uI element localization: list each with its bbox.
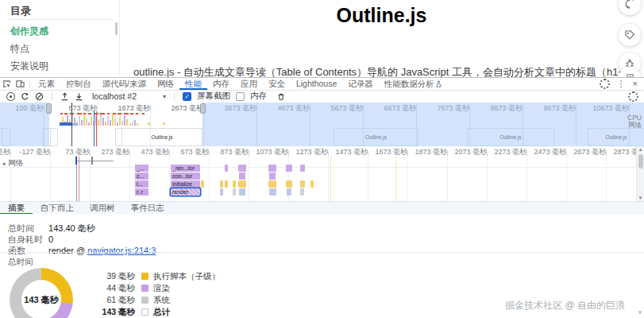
tag-fab-button[interactable] [619,24,641,46]
inspect-element-icon[interactable] [2,80,11,88]
flame-block-i-[interactable]: i... [135,180,148,188]
devtools-tab-0[interactable]: 元素 [33,78,60,90]
details-tab-0[interactable]: 摘要 [0,202,33,215]
devtools-tab-4[interactable]: 性能 [179,78,207,90]
capture-settings-gear-icon[interactable] [628,91,638,102]
flame-block--[interactable]: _... [135,165,148,172]
flame-block[interactable] [287,188,291,196]
devtools-tab-7[interactable]: 安全 [263,78,291,90]
selection-handle-right[interactable] [200,103,206,114]
screenshots-checkbox[interactable]: ✓ [183,92,191,101]
flame-block[interactable] [220,188,223,196]
devtools-tab-8[interactable]: Lighthouse [291,78,342,90]
flame-block[interactable] [310,180,314,188]
flame-block[interactable] [233,188,236,196]
flame-block[interactable] [201,180,204,188]
gridline [447,156,448,201]
devtools-tab-2[interactable]: 源代码/来源 [97,78,152,90]
profile-select-arrow-icon[interactable]: ▾ [163,93,166,100]
cpu-activity-bar [98,119,99,126]
flame-block[interactable] [286,165,292,172]
flame-block[interactable] [220,180,223,188]
timeline-overview[interactable]: CPU 网络 100 毫秒673 毫秒1673 毫秒2673 毫秒3673 毫秒… [0,103,644,147]
flame-block-con-tor[interactable]: con...tor [171,173,200,180]
flame-block-c-[interactable]: c... [135,173,148,180]
devtools-tab-1[interactable]: 控制台 [60,78,97,90]
playhead-line [71,103,72,146]
measure-handle[interactable] [75,157,77,165]
flame-block[interactable] [225,165,228,172]
scroll-down-icon[interactable]: ▼ [637,196,644,200]
legend-swatch [141,273,148,280]
flame-chart[interactable]: ▸ 网络 ▲ ▼ 毫秒-127 毫秒73 毫秒273 毫秒473 毫秒673 毫… [0,146,644,201]
collect-garbage-button[interactable] [277,92,285,101]
legend-swatch [141,285,148,292]
network-track-header[interactable]: ▸ 网络 [3,158,23,169]
clear-button[interactable] [35,92,44,101]
devtools-close-icon[interactable]: × [633,78,638,90]
flame-chart-scrollbar[interactable]: ▲ ▼ [636,146,644,201]
device-toolbar-icon[interactable] [16,80,25,88]
devtools-settings-gear-icon[interactable] [600,79,610,89]
record-button[interactable] [6,92,15,101]
scrollbar-thumb[interactable] [638,154,643,169]
screenshot-thumb[interactable] [50,128,58,146]
flame-block[interactable] [239,188,245,196]
details-tab-2[interactable]: 调用树 [82,202,123,215]
toc-divider [8,19,113,20]
sidebar-item-1[interactable]: 特点 [10,42,29,56]
flame-block[interactable] [269,188,276,196]
flame-block[interactable] [239,173,245,180]
flame-block-render[interactable]: render [171,188,200,196]
gridline [606,156,607,201]
measure-handle[interactable] [91,157,93,165]
legend-value: 61 毫秒 [94,295,135,306]
screenshot-thumb[interactable]: Outline.js [121,128,202,146]
flame-block-initialize[interactable]: initialize [171,180,200,188]
scroll-up-icon[interactable]: ▲ [637,147,644,152]
reload-and-record-button[interactable] [21,92,29,101]
selection-handle-left[interactable] [46,103,52,114]
devtools-more-icon[interactable]: ⋮ [617,78,626,90]
legend-label: 总计 [153,307,170,318]
devtools-tab-9[interactable]: 记录器 [342,78,379,90]
devtools-tab-10[interactable]: 性能数据分析 [379,78,447,90]
flame-block-r-r[interactable]: r..r [135,188,148,196]
cpu-activity-bar [134,120,136,126]
details-tab-3[interactable]: 事件日志 [123,202,172,215]
flame-block[interactable] [268,165,276,172]
gridline [90,156,91,201]
sidebar-item-2[interactable]: 安装说明 [10,60,48,73]
overview-gridline [469,103,470,146]
sidebar-item-0[interactable]: 创作灵感 [10,25,48,38]
sidebar-scrollbar-thumb[interactable] [115,22,118,35]
details-tab-1[interactable]: 自下而上 [33,202,82,215]
source-location-link[interactable]: navigator.js:214:3 [87,246,156,255]
load-profile-button[interactable] [60,92,69,101]
flame-block[interactable] [268,180,276,188]
memory-checkbox[interactable] [236,92,245,101]
devtools-tab-3[interactable]: 网络 [152,78,179,90]
scroll-down-icon[interactable]: ▼ [638,310,642,315]
flame-block[interactable] [300,188,304,196]
save-profile-button[interactable] [75,92,83,101]
collapse-triangle-icon[interactable]: ▸ [3,161,6,166]
profile-select[interactable]: localhost #2 [92,91,137,101]
flame-block[interactable] [238,165,246,172]
flame-block[interactable] [286,180,292,188]
flame-block--ren-tor[interactable]: _ren...tor [171,165,200,172]
donut-center-value: 143 毫秒 [21,280,61,318]
flame-block[interactable] [225,180,228,188]
gridline [129,156,130,201]
flame-block[interactable] [300,165,305,172]
flame-block[interactable] [300,180,305,188]
flame-block[interactable] [233,180,236,188]
overview-tick: 2673 毫秒 [156,103,203,114]
devtools-tab-5[interactable]: 内存 [207,78,235,90]
flame-block[interactable] [238,180,246,188]
flame-block[interactable] [269,173,276,180]
overview-gridline [44,103,44,146]
cpu-activity-bar [132,122,133,126]
gridline [249,156,249,201]
devtools-tab-6[interactable]: 应用 [235,78,263,90]
